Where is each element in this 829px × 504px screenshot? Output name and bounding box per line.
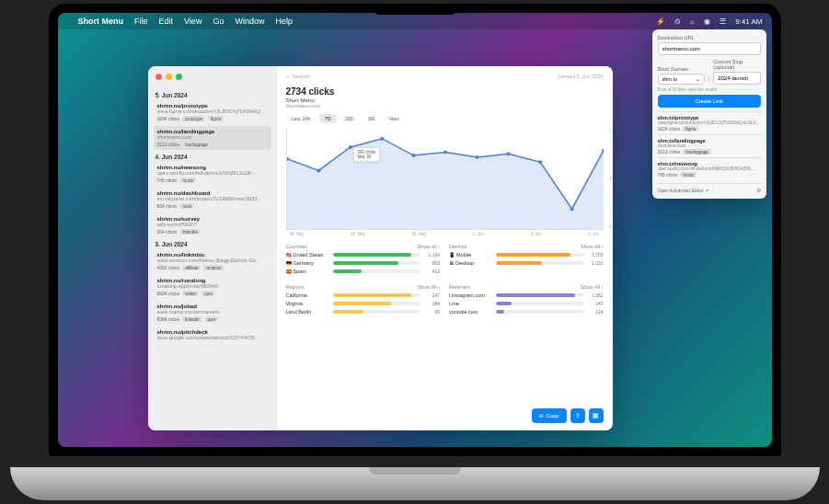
slug-label: Custom Slug (optional) bbox=[713, 59, 760, 70]
svg-point-7 bbox=[506, 152, 510, 155]
sidebar-link-item[interactable]: shrtm.nu/linkinbiowww.amazon.com/Fellow-… bbox=[154, 249, 271, 273]
close-window-icon[interactable] bbox=[155, 74, 162, 80]
time-tab[interactable]: 3M bbox=[363, 114, 381, 123]
advanced-editor-link[interactable]: Open Advanced Editor ↗ bbox=[658, 188, 708, 193]
search-icon[interactable]: ⌕ bbox=[690, 17, 695, 26]
date-header: 4. Jun 2024 bbox=[155, 154, 270, 160]
regions-title: Regions bbox=[286, 284, 305, 290]
stat-row: Land Berlin95 bbox=[286, 309, 441, 315]
menu-edit[interactable]: Edit bbox=[159, 17, 174, 26]
sidebar-link-item[interactable]: shrtm.nu/surveytally.so/r/nP9E9Yf304 cli… bbox=[154, 213, 271, 237]
stat-row: l.instagram.com1,262 bbox=[449, 292, 604, 298]
menu-file[interactable]: File bbox=[134, 17, 148, 26]
link-domain: shortmenu.com bbox=[286, 103, 604, 109]
link-url: tally.so/r/nP9E9Yf bbox=[157, 222, 268, 227]
magnify-icon: ⌕ bbox=[286, 74, 290, 79]
created-date: Created 5. Jun 2024 bbox=[558, 74, 604, 79]
menu-help[interactable]: Help bbox=[275, 17, 293, 26]
show-all-referrers[interactable]: Show All › bbox=[581, 284, 603, 290]
sidebar-link-item[interactable]: shrtm.nu/newsongopen.spotify.com/intl-de… bbox=[154, 162, 271, 186]
app-name-menu[interactable]: Short Menu bbox=[78, 17, 124, 26]
destination-url-input[interactable] bbox=[658, 42, 761, 55]
bolt-icon[interactable]: ⚡ bbox=[656, 17, 665, 26]
link-tag: tools bbox=[179, 203, 194, 209]
chart-xaxis: 30. May28. May30. May1. Jun3. Jun5. Jun bbox=[286, 232, 604, 236]
flag-icon: 🇺🇸 bbox=[286, 252, 292, 258]
clicks-total: 2734 clicks bbox=[286, 86, 604, 97]
show-all-devices[interactable]: Show All › bbox=[581, 244, 603, 249]
stat-row: 🇪🇸Spain412 bbox=[286, 269, 441, 274]
clicks-chart: 541 clicks May 30 — 195 0 bbox=[286, 129, 604, 230]
recent-link-item[interactable]: shm.to/newsongopen.spotify.com/intl-de/t… bbox=[658, 157, 761, 180]
sidebar-link-item[interactable]: shrtm.nu/prototypewww.figma.com/proto/mv… bbox=[154, 100, 271, 124]
countries-title: Countries bbox=[286, 244, 308, 249]
svg-point-9 bbox=[570, 207, 573, 211]
share-button[interactable]: ⇧ bbox=[570, 408, 585, 423]
stat-row: California247 bbox=[286, 292, 441, 298]
macos-menubar: Short Menu File Edit View Go Window Help… bbox=[58, 13, 772, 29]
domain-select[interactable]: shm.to⌄ bbox=[658, 74, 705, 85]
menu-go[interactable]: Go bbox=[213, 17, 224, 26]
stat-row: 🇩🇪Germany953 bbox=[286, 260, 441, 266]
flag-icon: 🇪🇸 bbox=[286, 269, 292, 274]
main-content: ⌕ Search Created 5. Jun 2024 2734 clicks… bbox=[277, 66, 613, 430]
dest-label: Destination URL bbox=[658, 35, 761, 40]
domain-label: Short Domain bbox=[658, 66, 705, 72]
create-link-button[interactable]: Create Link bbox=[658, 95, 761, 108]
menu-window[interactable]: Window bbox=[235, 17, 264, 26]
referrers-title: Referrers bbox=[449, 284, 470, 290]
link-url: www.figma.com/proto/mvYJL8OCXj7DIGMAQ... bbox=[157, 109, 268, 114]
sidebar-link-item[interactable]: shrtm.nu/runalongrunalong.app/invite/983… bbox=[154, 275, 271, 299]
link-tag: twitter bbox=[182, 291, 199, 296]
svg-point-6 bbox=[475, 155, 478, 159]
user-icon[interactable]: ◉ bbox=[704, 17, 710, 26]
svg-point-10 bbox=[601, 149, 603, 153]
sidebar-link-item[interactable]: shrtm.nu/pitchdeckdocs.google.com/presen… bbox=[154, 326, 271, 345]
menubar-clock[interactable]: 9:41 AM bbox=[735, 17, 762, 26]
devices-title: Devices bbox=[449, 244, 467, 249]
time-tab[interactable]: 30D bbox=[340, 114, 360, 123]
link-tag: linkedin bbox=[182, 316, 201, 322]
copy-icon: ⧉ bbox=[539, 413, 543, 419]
main-window: 5. Jun 2024shrtm.nu/prototypewww.figma.c… bbox=[148, 66, 613, 430]
time-tab[interactable]: 7D bbox=[319, 114, 337, 123]
svg-point-8 bbox=[538, 160, 542, 164]
qr-button[interactable]: ▦ bbox=[589, 408, 604, 423]
show-all-countries[interactable]: Show All › bbox=[418, 244, 440, 249]
sidebar-link-item[interactable]: shrtm.nu/jobadwww.buena.com/en/careers83… bbox=[154, 301, 271, 325]
flag-icon: 📱 bbox=[449, 252, 455, 258]
link-url: www.amazon.com/Fellow-Stagg-Electric-Go.… bbox=[157, 258, 268, 263]
search-input[interactable]: ⌕ Search bbox=[286, 74, 558, 79]
link-url: www.buena.com/en/careers bbox=[157, 309, 268, 315]
link-url: open.spotify.com/intl-de/track/0MjM12x28… bbox=[157, 170, 268, 176]
flag-icon: 🖥 bbox=[449, 260, 454, 266]
link-tag: music bbox=[179, 178, 196, 183]
gear-icon[interactable]: ⚙ bbox=[756, 187, 761, 193]
stat-row: 📱Mobile1,703 bbox=[449, 252, 604, 258]
svg-point-4 bbox=[411, 154, 415, 157]
date-header: 5. Jun 2024 bbox=[155, 92, 270, 98]
link-clicks: 304 clicks bbox=[157, 229, 178, 235]
link-tag: prototype bbox=[182, 116, 205, 121]
svg-point-2 bbox=[348, 145, 351, 149]
create-link-popover: Destination URL Short Domain shm.to⌄ / C… bbox=[652, 29, 766, 199]
time-tab[interactable]: Year bbox=[383, 114, 404, 123]
recent-link-item[interactable]: shm.to/landingpageshortmenu.com3213 clic… bbox=[658, 134, 761, 157]
link-clicks: 8396 clicks bbox=[157, 316, 180, 322]
copy-button[interactable]: ⧉Copy bbox=[532, 408, 566, 423]
sidebar-link-item[interactable]: shrtm.nu/dashboardeu.mixpanel.com/projec… bbox=[154, 188, 271, 212]
chart-tooltip: 541 clicks May 30 bbox=[353, 147, 381, 162]
slug-input[interactable] bbox=[713, 72, 760, 85]
zoom-window-icon[interactable] bbox=[176, 74, 182, 80]
show-all-regions[interactable]: Show All › bbox=[418, 284, 440, 290]
link-clicks: 1634 clicks bbox=[157, 116, 180, 121]
sidebar-link-item[interactable]: shrtm.nu/landingpageshortmenu.com3213 cl… bbox=[154, 126, 271, 150]
link-clicks: 934 clicks bbox=[157, 203, 178, 209]
menu-view[interactable]: View bbox=[184, 17, 201, 26]
time-tab[interactable]: Last 24h bbox=[286, 114, 317, 123]
control-center-icon[interactable]: ☰ bbox=[720, 17, 726, 26]
link-url: shortmenu.com bbox=[157, 134, 268, 140]
recent-link-item[interactable]: shm.to/prototypewww.figma.com/proto/mvYJ… bbox=[658, 111, 761, 134]
wifi-icon[interactable]: ⊙ bbox=[674, 17, 681, 26]
minimize-window-icon[interactable] bbox=[166, 74, 172, 80]
